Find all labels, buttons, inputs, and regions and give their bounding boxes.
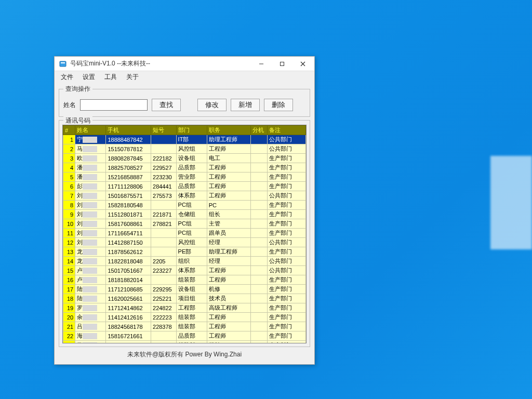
cell[interactable]	[251, 285, 268, 294]
cell[interactable]: 潘	[75, 172, 106, 182]
table-row[interactable]: 14龙118228180482205组织经理公共部门	[63, 257, 306, 266]
cell[interactable]: 1	[63, 135, 75, 144]
cell[interactable]: 19	[63, 303, 75, 313]
cell[interactable]: 生产部门	[267, 201, 305, 210]
cell[interactable]: PC组	[176, 229, 207, 238]
table-row[interactable]: 7刘15016875571275573体系部工程师公共部门	[63, 191, 306, 201]
cell[interactable]	[151, 135, 177, 144]
cell[interactable]: 公共部门	[267, 257, 305, 266]
cell[interactable]	[251, 182, 268, 191]
table-row[interactable]: 13龙11878562612PE部助理工程师生产部门	[63, 247, 306, 257]
cell[interactable]	[251, 275, 268, 285]
cell[interactable]: 3	[63, 154, 75, 163]
menu-settings[interactable]: 设置	[78, 72, 99, 83]
cell[interactable]	[251, 172, 268, 182]
cell[interactable]: 11712108685	[106, 285, 151, 294]
cell[interactable]: 体系部	[176, 266, 207, 275]
table-row[interactable]: 22海15816721661品质部工程师生产部门	[63, 331, 306, 341]
cell[interactable]: 刘	[75, 219, 106, 229]
table-row[interactable]: 23马15016887668227200组装部组长生产部门	[63, 341, 306, 343]
close-button[interactable]	[292, 57, 313, 71]
col-phone[interactable]: 手机	[106, 126, 151, 135]
cell[interactable]: PC组	[176, 219, 207, 229]
cell[interactable]: 工程师	[207, 331, 251, 341]
cell[interactable]: 项目组	[176, 294, 207, 303]
table-row[interactable]: 3欧18808287845222182设备组电工生产部门	[63, 154, 306, 163]
cell[interactable]: 组长	[207, 341, 251, 343]
cell[interactable]: 10	[63, 219, 75, 229]
cell[interactable]	[151, 331, 177, 341]
cell[interactable]: 公共部门	[267, 135, 305, 144]
cell[interactable]	[151, 229, 177, 238]
cell[interactable]: 11412887150	[106, 238, 151, 247]
cell[interactable]: 229295	[151, 285, 177, 294]
cell[interactable]: 经理	[207, 257, 251, 266]
table-row[interactable]: 19罗11712414862224822工程部高级工程师生产部门	[63, 303, 306, 313]
table-row[interactable]: 9刘11512801871221871仓储组组长生产部门	[63, 210, 306, 219]
cell[interactable]: PE部	[176, 247, 207, 257]
cell[interactable]: 工程师	[207, 275, 251, 285]
cell[interactable]: 11712414862	[106, 303, 151, 313]
cell[interactable]: 15016875571	[106, 191, 151, 201]
cell[interactable]	[251, 144, 268, 154]
cell[interactable]	[251, 303, 268, 313]
cell[interactable]: 18888487842	[106, 135, 151, 144]
cell[interactable]	[251, 238, 268, 247]
cell[interactable]: 20	[63, 313, 75, 322]
cell[interactable]: 2	[63, 144, 75, 154]
table-row[interactable]: 1宁18888487842IT部助理工程师公共部门	[63, 135, 306, 144]
cell[interactable]: 222223	[151, 313, 177, 322]
table-row[interactable]: 2马15150787812风控组工程师公共部门	[63, 144, 306, 154]
cell[interactable]: 陆	[75, 294, 106, 303]
cell[interactable]: 14	[63, 257, 75, 266]
cell[interactable]: 21	[63, 322, 75, 331]
table-row[interactable]: 4潘18825708527229527品质部工程师生产部门	[63, 163, 306, 172]
cell[interactable]	[151, 201, 177, 210]
cell[interactable]: PC	[207, 201, 251, 210]
cell[interactable]: 11412412616	[106, 313, 151, 322]
cell[interactable]: 15017051667	[106, 266, 151, 275]
minimize-button[interactable]	[251, 57, 272, 71]
cell[interactable]: 工程师	[207, 191, 251, 201]
cell[interactable]: 278821	[151, 219, 177, 229]
cell[interactable]: 12	[63, 238, 75, 247]
cell[interactable]	[251, 163, 268, 172]
cell[interactable]: 陆	[75, 285, 106, 294]
cell[interactable]: 马	[75, 144, 106, 154]
cell[interactable]: 电工	[207, 154, 251, 163]
delete-button[interactable]: 删除	[264, 99, 293, 111]
cell[interactable]: 组织	[176, 257, 207, 266]
cell[interactable]: 品质部	[176, 331, 207, 341]
cell[interactable]	[251, 219, 268, 229]
maximize-button[interactable]	[272, 57, 292, 71]
cell[interactable]: 225221	[151, 294, 177, 303]
cell[interactable]: 龙	[75, 247, 106, 257]
search-button[interactable]: 查找	[152, 99, 181, 111]
cell[interactable]: 主管	[207, 219, 251, 229]
cell[interactable]: 275573	[151, 191, 177, 201]
cell[interactable]	[151, 144, 177, 154]
cell[interactable]: 284441	[151, 182, 177, 191]
cell[interactable]: 2205	[151, 257, 177, 266]
cell[interactable]: 221871	[151, 210, 177, 219]
cell[interactable]: 技术员	[207, 294, 251, 303]
col-title[interactable]: 职务	[207, 126, 251, 135]
cell[interactable]: 4	[63, 163, 75, 172]
cell[interactable]: 生产部门	[267, 341, 305, 343]
col-short[interactable]: 短号	[151, 126, 177, 135]
table-row[interactable]: 21吕18824568178228378组装部工程师生产部门	[63, 322, 306, 331]
cell[interactable]: 15828180548	[106, 201, 151, 210]
cell[interactable]: 11878562612	[106, 247, 151, 257]
cell[interactable]: 223230	[151, 172, 177, 182]
cell[interactable]: 222182	[151, 154, 177, 163]
cell[interactable]: 生产部门	[267, 172, 305, 182]
cell[interactable]: 17	[63, 285, 75, 294]
menu-file[interactable]: 文件	[57, 72, 77, 83]
col-index[interactable]: #	[63, 126, 75, 135]
modify-button[interactable]: 修改	[197, 99, 227, 111]
grid-scroll[interactable]: # 姓名 手机 短号 部门 职务 分机 备注 1宁18888487842IT部助…	[63, 125, 306, 343]
cell[interactable]: 11620025661	[106, 294, 151, 303]
cell[interactable]	[251, 135, 268, 144]
cell[interactable]: 工程师	[207, 163, 251, 172]
cell[interactable]	[251, 313, 268, 322]
